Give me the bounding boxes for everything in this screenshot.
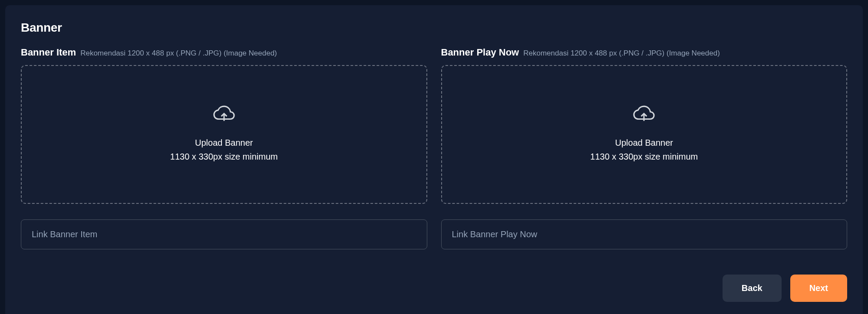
dropzone-line1: Upload Banner [590,136,698,150]
button-row: Back Next [723,275,847,302]
banner-item-column: Banner Item Rekomendasi 1200 x 488 px (.… [21,47,427,249]
link-banner-play-now-input[interactable] [441,219,848,249]
link-banner-item-input[interactable] [21,219,427,249]
dropzone-line2: 1130 x 330px size minimum [590,150,698,164]
dropzone-line2: 1130 x 330px size minimum [170,150,278,164]
next-button[interactable]: Next [790,275,847,302]
dropzone-text: Upload Banner 1130 x 330px size minimum [590,136,698,164]
dropzone-text: Upload Banner 1130 x 330px size minimum [170,136,278,164]
banner-play-now-hint: Rekomendasi 1200 x 488 px (.PNG / .JPG) … [523,49,720,58]
dropzone-line1: Upload Banner [170,136,278,150]
banner-play-now-dropzone[interactable]: Upload Banner 1130 x 330px size minimum [441,65,848,204]
banner-item-label: Banner Item [21,47,76,58]
banner-play-now-label: Banner Play Now [441,47,519,58]
banner-panel: Banner Banner Item Rekomendasi 1200 x 48… [5,5,863,314]
banner-item-dropzone[interactable]: Upload Banner 1130 x 330px size minimum [21,65,427,204]
field-label-row: Banner Play Now Rekomendasi 1200 x 488 p… [441,47,848,58]
section-title: Banner [21,21,847,35]
banner-play-now-column: Banner Play Now Rekomendasi 1200 x 488 p… [441,47,848,249]
columns: Banner Item Rekomendasi 1200 x 488 px (.… [21,47,847,249]
back-button[interactable]: Back [723,275,782,302]
banner-item-hint: Rekomendasi 1200 x 488 px (.PNG / .JPG) … [80,49,277,58]
cloud-upload-icon [633,105,655,124]
cloud-upload-icon [213,105,235,124]
field-label-row: Banner Item Rekomendasi 1200 x 488 px (.… [21,47,427,58]
